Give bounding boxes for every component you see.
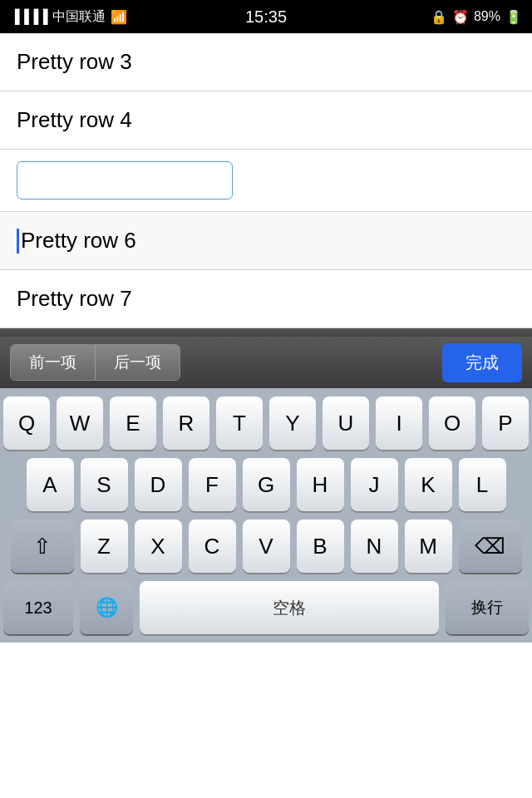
status-bar: ▐▐▐▐ 中国联通 📶 15:35 🔒 ⏰ 89% 🔋: [0, 0, 532, 33]
row3-label: Pretty row 3: [17, 49, 132, 75]
key-C[interactable]: C: [189, 520, 236, 573]
num-key[interactable]: 123: [3, 581, 73, 634]
key-A[interactable]: A: [27, 458, 74, 511]
key-I[interactable]: I: [376, 397, 422, 450]
key-B[interactable]: B: [297, 520, 344, 573]
keyboard-separator: [0, 328, 532, 337]
alarm-icon: ⏰: [452, 9, 469, 25]
key-R[interactable]: R: [163, 397, 209, 450]
return-key[interactable]: 换行: [446, 581, 529, 634]
shift-key[interactable]: ⇧: [11, 520, 74, 573]
key-F[interactable]: F: [189, 458, 236, 511]
carrier-label: 中国联通: [52, 8, 106, 26]
key-M[interactable]: M: [405, 520, 452, 573]
keyboard: Q W E R T Y U I O P A S D F G H J K L ⇧ …: [0, 388, 532, 643]
globe-key[interactable]: 🌐: [80, 581, 133, 634]
key-X[interactable]: X: [135, 520, 182, 573]
key-row-3: ⇧ Z X C V B N M ⌫: [3, 520, 529, 573]
next-button[interactable]: 后一项: [96, 345, 180, 380]
list-row-6[interactable]: Pretty row 6: [0, 212, 532, 270]
key-P[interactable]: P: [482, 397, 529, 450]
key-O[interactable]: O: [429, 397, 475, 450]
keyboard-toolbar: 前一项 后一项 完成: [0, 337, 532, 388]
key-L[interactable]: L: [459, 458, 506, 511]
key-V[interactable]: V: [243, 520, 290, 573]
battery-label: 89%: [474, 9, 500, 24]
prev-button[interactable]: 前一项: [11, 345, 96, 380]
list-container: Pretty row 3 Pretty row 4 Pretty row 6 P…: [0, 33, 532, 328]
key-J[interactable]: J: [351, 458, 398, 511]
key-N[interactable]: N: [351, 520, 398, 573]
key-Y[interactable]: Y: [269, 397, 316, 450]
list-row-7[interactable]: Pretty row 7: [0, 270, 532, 328]
key-row-4: 123 🌐 空格 换行: [3, 581, 529, 639]
row7-label: Pretty row 7: [17, 286, 132, 312]
lock-icon: 🔒: [431, 9, 447, 25]
row6-label: Pretty row 6: [21, 228, 136, 254]
key-S[interactable]: S: [81, 458, 128, 511]
key-H[interactable]: H: [297, 458, 344, 511]
done-button[interactable]: 完成: [442, 343, 522, 382]
space-key[interactable]: 空格: [140, 581, 439, 634]
key-Q[interactable]: Q: [3, 397, 50, 450]
key-row-1: Q W E R T Y U I O P: [3, 397, 529, 450]
key-W[interactable]: W: [57, 397, 103, 450]
key-K[interactable]: K: [405, 458, 452, 511]
key-U[interactable]: U: [323, 397, 369, 450]
status-time: 15:35: [245, 7, 287, 27]
list-row-4[interactable]: Pretty row 4: [0, 91, 532, 150]
list-row-3[interactable]: Pretty row 3: [0, 33, 532, 91]
list-row-5: [0, 150, 532, 212]
key-G[interactable]: G: [243, 458, 290, 511]
row5-input[interactable]: [17, 161, 233, 200]
key-E[interactable]: E: [110, 397, 156, 450]
status-left: ▐▐▐▐ 中国联通 📶: [10, 8, 127, 26]
key-D[interactable]: D: [135, 458, 182, 511]
nav-buttons: 前一项 后一项: [10, 344, 180, 381]
key-row-2: A S D F G H J K L: [3, 458, 529, 511]
text-cursor: [17, 229, 19, 254]
battery-icon: 🔋: [505, 9, 522, 25]
row4-label: Pretty row 4: [17, 107, 132, 133]
wifi-icon: 📶: [111, 9, 127, 25]
key-T[interactable]: T: [216, 397, 263, 450]
status-right: 🔒 ⏰ 89% 🔋: [431, 9, 522, 25]
key-Z[interactable]: Z: [81, 520, 128, 573]
delete-key[interactable]: ⌫: [459, 520, 522, 573]
signal-icon: ▐▐▐▐: [10, 9, 47, 24]
